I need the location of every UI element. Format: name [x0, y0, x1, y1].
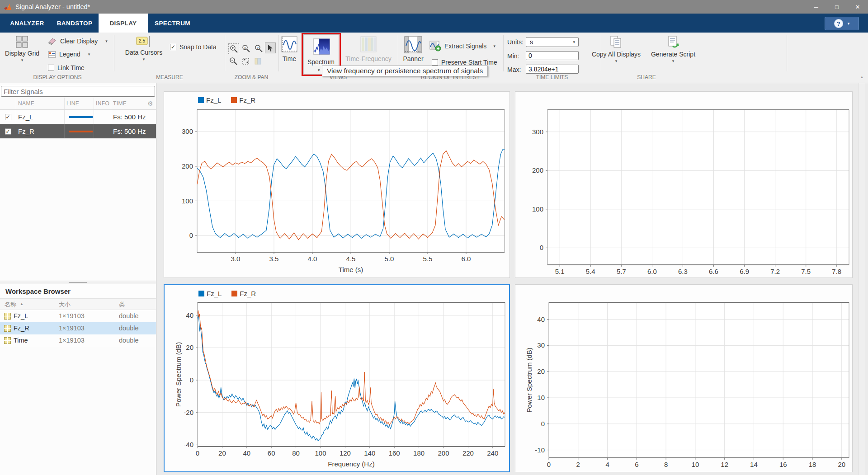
- preserve-start-time-checkbox[interactable]: Preserve Start Time: [432, 59, 497, 66]
- spectrum-view-label: Spectrum: [307, 58, 335, 66]
- column-header-checkbox[interactable]: [0, 98, 16, 109]
- zoom-y-icon[interactable]: y: [254, 43, 264, 53]
- workspace-row-Time[interactable]: Time1×19103double: [0, 334, 156, 347]
- vertical-scrollbar[interactable]: ▲: [859, 83, 865, 475]
- svg-text:60: 60: [268, 449, 275, 457]
- pointer-icon[interactable]: [265, 42, 276, 53]
- clear-display-button[interactable]: Clear Display ▾: [48, 37, 108, 45]
- display-panel-spectrum-selected[interactable]: 020406080100120140160180200220240-40-200…: [164, 284, 510, 472]
- legend-button[interactable]: Legend ▾: [48, 51, 90, 58]
- svg-text:100: 100: [182, 197, 193, 205]
- workspace-row-Fz_R[interactable]: Fz_R1×19103double: [0, 322, 156, 334]
- max-input[interactable]: [526, 65, 579, 74]
- variable-class: double: [119, 337, 139, 344]
- signal-time: Fs: 500 Hz: [111, 110, 156, 124]
- ws-column-header[interactable]: 类: [119, 301, 125, 309]
- svg-text:6.6: 6.6: [709, 268, 718, 275]
- column-header-time[interactable]: TIME⚙: [111, 98, 156, 109]
- chevron-down-icon: ▾: [672, 59, 675, 63]
- checkbox-checked[interactable]: ✓: [5, 128, 11, 135]
- checkbox-unchecked[interactable]: [48, 65, 54, 71]
- panner-button[interactable]: Panner: [400, 36, 427, 62]
- signal-info: [94, 110, 111, 124]
- workspace-row-Fz_L[interactable]: Fz_L1×19103double: [0, 310, 156, 322]
- svg-text:7.8: 7.8: [832, 268, 841, 275]
- fit-view-icon[interactable]: [241, 56, 250, 66]
- scroll-up-icon[interactable]: ▲: [859, 75, 865, 79]
- preserve-start-time-label: Preserve Start Time: [441, 59, 497, 66]
- signal-row-Fz_R[interactable]: ✓Fz_RFs: 500 Hz: [0, 124, 156, 139]
- checkbox-checked[interactable]: ✓: [5, 114, 11, 120]
- plot-canvas: 02468101214161820-10010203040Power Spect…: [515, 285, 853, 473]
- x-axis: 020406080100120140160180200220240: [196, 447, 498, 457]
- min-input[interactable]: [526, 51, 579, 60]
- snap-to-data-checkbox[interactable]: ✓ Snap to Data: [170, 43, 217, 51]
- chevron-down-icon: ▾: [143, 57, 145, 61]
- time-view-button[interactable]: Time: [277, 36, 302, 62]
- svg-text:80: 80: [292, 449, 300, 457]
- svg-text:3.0: 3.0: [231, 255, 241, 263]
- maximize-button[interactable]: □: [826, 0, 847, 14]
- clear-display-label: Clear Display: [60, 38, 98, 45]
- tab-display[interactable]: DISPLAY: [99, 14, 148, 33]
- tab-analyzer[interactable]: ANALYZER: [4, 14, 51, 33]
- link-time-checkbox[interactable]: Link Time: [48, 64, 85, 71]
- generate-script-button[interactable]: Generate Script ▾: [650, 35, 697, 63]
- x-axis-label: Time (s): [339, 266, 363, 273]
- help-button[interactable]: ? ▾: [825, 17, 859, 30]
- tab-spectrum[interactable]: SPECTRUM: [148, 14, 197, 33]
- x-axis: 3.03.54.04.55.05.56.0: [231, 252, 471, 263]
- ribbon-separator: [503, 35, 504, 71]
- x-axis: 02468101214161820: [547, 458, 845, 468]
- copy-all-displays-button[interactable]: Copy All Displays ▾: [591, 35, 642, 63]
- zoom-x-icon[interactable]: x: [241, 43, 251, 53]
- snap-to-data-label: Snap to Data: [179, 43, 217, 51]
- workspace-table-header: 名称大小类▲: [0, 299, 156, 310]
- display-panel-time-empty[interactable]: 5.15.45.76.06.36.66.97.27.57.80100200300: [515, 91, 853, 278]
- chevron-down-icon: ▾: [318, 68, 320, 72]
- column-header-line[interactable]: LINE: [65, 98, 94, 109]
- legend-swatch: [198, 97, 204, 103]
- svg-text:300: 300: [532, 128, 543, 136]
- checkbox-unchecked[interactable]: [432, 59, 438, 66]
- filter-signals-input[interactable]: [1, 86, 155, 97]
- panel-splitter[interactable]: [0, 281, 156, 284]
- script-icon: [666, 35, 680, 49]
- signal-row-Fz_L[interactable]: ✓Fz_LFs: 500 Hz: [0, 110, 156, 124]
- ws-column-header[interactable]: 名称: [5, 301, 16, 309]
- zoom-in-icon[interactable]: [228, 43, 239, 54]
- minimize-button[interactable]: ─: [806, 0, 826, 14]
- legend-entry-Fz_L: Fz_L: [198, 290, 222, 297]
- plot-legend: Fz_LFz_R: [198, 290, 256, 297]
- extract-signals-button[interactable]: Extract Signals ▾: [429, 41, 495, 52]
- help-icon: ?: [834, 19, 843, 28]
- display-panel-spectrum-empty[interactable]: 02468101214161820-10010203040Power Spect…: [515, 284, 853, 472]
- gear-icon[interactable]: ⚙: [147, 100, 153, 107]
- display-grid-button[interactable]: Display Grid ▾: [11, 35, 33, 62]
- svg-text:40: 40: [537, 315, 545, 323]
- copy-icon: [609, 35, 623, 49]
- svg-text:7.2: 7.2: [770, 268, 780, 275]
- data-cursors-button[interactable]: 2.5 Data Cursors ▾: [125, 36, 163, 61]
- signal-line-swatch: [65, 124, 94, 138]
- signal-time: Fs: 500 Hz: [111, 124, 156, 138]
- ribbon-separator: [114, 35, 114, 71]
- svg-text:12: 12: [721, 461, 728, 468]
- section-label-share: SHARE: [637, 74, 656, 80]
- pan-icon: [253, 56, 263, 66]
- variable-name: Fz_L: [14, 312, 28, 320]
- svg-text:20: 20: [537, 367, 545, 375]
- display-panel-time[interactable]: 3.03.54.04.55.05.56.00100200300Time (s)F…: [164, 91, 510, 278]
- units-value: s: [530, 38, 533, 46]
- zoom-out-icon[interactable]: [228, 56, 238, 66]
- units-combobox[interactable]: s ▾: [526, 37, 579, 47]
- svg-text:14: 14: [750, 461, 758, 468]
- close-button[interactable]: ✕: [847, 0, 868, 14]
- tab-bandstop[interactable]: BANDSTOP: [51, 14, 99, 33]
- ws-column-header[interactable]: 大小: [59, 301, 71, 309]
- column-header-info[interactable]: INFO: [94, 98, 111, 109]
- svg-text:3.5: 3.5: [269, 255, 279, 263]
- column-header-name[interactable]: NAME: [16, 98, 65, 109]
- svg-text:140: 140: [364, 449, 375, 457]
- checkbox-checked[interactable]: ✓: [170, 44, 176, 50]
